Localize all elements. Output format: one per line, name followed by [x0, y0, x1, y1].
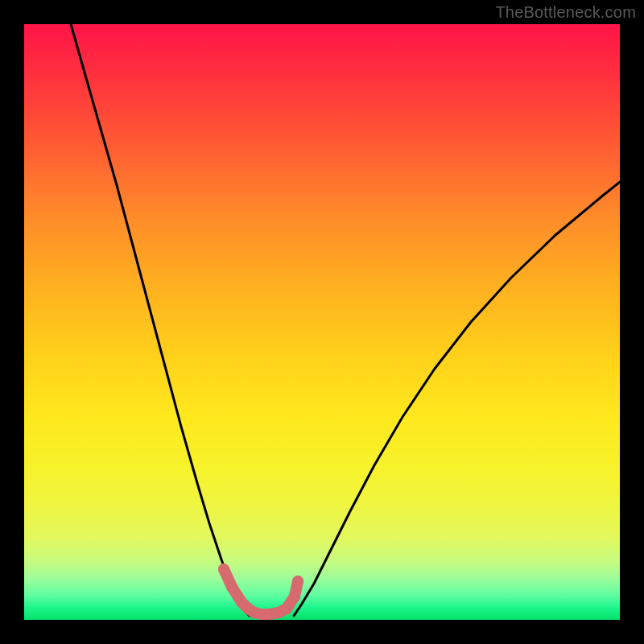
- pink-dot-connector: [295, 581, 298, 597]
- watermark-text: TheBottleneck.com: [495, 3, 636, 22]
- right-curve: [294, 182, 620, 616]
- curves-svg: [24, 24, 620, 620]
- plot-area: [24, 24, 620, 620]
- left-curve: [71, 24, 250, 616]
- chart-frame: TheBottleneck.com: [0, 0, 644, 644]
